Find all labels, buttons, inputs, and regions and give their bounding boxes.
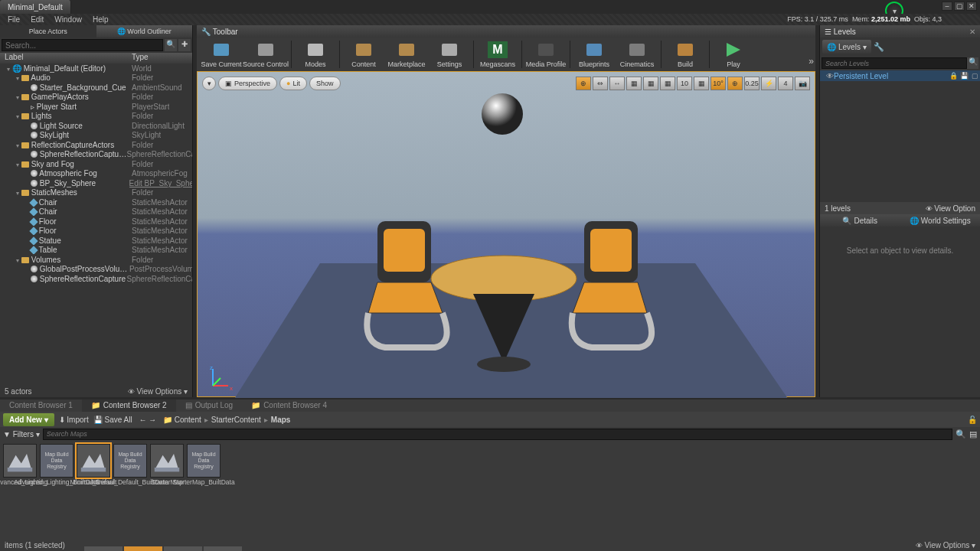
tree-row[interactable]: FloorStaticMeshActor: [0, 227, 192, 236]
breadcrumb[interactable]: 📁 Content▸StarterContent▸Maps: [163, 416, 290, 424]
asset-grid: Advanced_LightingMap Build Data Registry…: [0, 441, 980, 489]
tree-row[interactable]: SphereReflectionCaptureSphereReflectionC…: [0, 274, 192, 284]
tab-cb1[interactable]: Content Browser 1: [0, 399, 82, 412]
persistent-level-row[interactable]: 👁 Persistent Level 🔒 💾 ▢: [820, 70, 980, 81]
main-toolbar: 🔧 Toolbar Save CurrentSource ControlMode…: [197, 25, 815, 71]
asset-item[interactable]: Map Build Data RegistryAdvanced_Lighting…: [40, 444, 74, 486]
tree-row[interactable]: BP_Sky_SphereEdit BP_Sky_Sphe: [0, 178, 192, 188]
svg-rect-17: [384, 229, 425, 272]
svg-rect-9: [586, 44, 602, 56]
levels-dropdown[interactable]: 🌐Levels ▾: [822, 40, 871, 54]
tree-row[interactable]: ▾ GamePlayActorsFolder: [0, 93, 192, 103]
cb-search-input[interactable]: [43, 429, 952, 440]
modes-button[interactable]: Modes: [294, 37, 337, 71]
tab-place-actors[interactable]: Place Actors: [0, 25, 96, 37]
tree-row[interactable]: FloorStaticMeshActor: [0, 217, 192, 227]
tree-row[interactable]: ▾ ReflectionCaptureActorsFolder: [0, 140, 192, 150]
menu-help[interactable]: Help: [93, 15, 109, 24]
tree-row[interactable]: ▾ LightsFolder: [0, 112, 192, 122]
levels-count: 1 levels: [825, 204, 851, 213]
svg-rect-27: [8, 468, 32, 471]
svg-marker-26: [9, 454, 31, 468]
filters-button[interactable]: ▼ Filters ▾: [3, 430, 40, 439]
play-button[interactable]: Play: [712, 37, 755, 71]
mega-button[interactable]: MMegascans: [476, 37, 519, 71]
menu-edit[interactable]: Edit: [31, 15, 44, 24]
tree-row[interactable]: SphereReflectionCapture10SphereReflectio…: [0, 150, 192, 160]
outliner-view-options[interactable]: View Options ▾: [128, 387, 188, 396]
lock-icon[interactable]: 🔓: [968, 416, 977, 424]
tree-row[interactable]: ChairStaticMeshActor: [0, 207, 192, 217]
svg-marker-21: [573, 282, 647, 313]
outliner-tree[interactable]: ▾🌐 Minimal_Default (Editor)World▾ AudioF…: [0, 64, 192, 284]
svg-marker-28: [83, 454, 105, 468]
tab-output-log[interactable]: ▤ Output Log: [176, 399, 242, 412]
summon-icon[interactable]: 🔧: [874, 42, 884, 51]
svg-marker-30: [156, 454, 178, 468]
src-button[interactable]: Source Control: [243, 37, 289, 71]
layers-icon: ☰: [825, 28, 831, 36]
menu-window[interactable]: Window: [54, 15, 82, 24]
svg-rect-8: [538, 44, 554, 56]
tree-row[interactable]: ▾ StaticMeshesFolder: [0, 188, 192, 198]
close-button[interactable]: ✕: [966, 2, 977, 11]
viewport[interactable]: ▾ ▣Perspective ●Lit Show ⊕⇔↔▦▦▦10▦10°⊕0.…: [197, 71, 815, 397]
close-icon[interactable]: ✕: [969, 28, 975, 36]
tree-row[interactable]: Atmospheric FogAtmosphericFog: [0, 169, 192, 179]
tree-row[interactable]: ▾🌐 Minimal_Default (Editor)World: [0, 64, 192, 73]
globe-icon: 🌐: [910, 217, 919, 225]
bp-button[interactable]: Blueprints: [573, 37, 616, 71]
levels-view-options[interactable]: View Option: [926, 204, 975, 213]
media-button[interactable]: Media Profile: [524, 37, 567, 71]
search-icon[interactable]: 🔍: [967, 57, 978, 69]
market-button[interactable]: Marketplace: [385, 37, 428, 71]
add-actor-icon[interactable]: ✚: [178, 39, 191, 51]
import-button[interactable]: ⬇ Import: [59, 416, 89, 424]
wrench-icon: 🔧: [201, 28, 211, 36]
tree-row[interactable]: ▾ AudioFolder: [0, 73, 192, 83]
search-icon[interactable]: 🔍: [165, 39, 177, 51]
tree-row[interactable]: Starter_Background_CueAmbientSound: [0, 83, 192, 93]
add-new-button[interactable]: Add New ▾: [3, 413, 54, 426]
build-button[interactable]: Build: [664, 37, 707, 71]
maximize-button[interactable]: ▢: [954, 2, 965, 11]
title-tab[interactable]: Minimal_Default: [0, 0, 71, 14]
tab-world-outliner[interactable]: 🌐 World Outliner: [96, 25, 193, 37]
tree-row[interactable]: StatueStaticMeshActor: [0, 236, 192, 246]
svg-rect-5: [442, 44, 457, 56]
save-all-button[interactable]: 💾 Save All: [93, 416, 132, 424]
cine-button[interactable]: Cinematics: [616, 37, 658, 71]
tree-row[interactable]: ChairStaticMeshActor: [0, 197, 192, 207]
svg-rect-20: [590, 229, 632, 272]
svg-point-22: [482, 93, 523, 135]
settings-button[interactable]: Settings: [428, 37, 471, 71]
tree-row[interactable]: GlobalPostProcessVolumePostProcessVolum: [0, 265, 192, 275]
svg-rect-11: [678, 44, 693, 56]
tab-cb2[interactable]: 📁 Content Browser 2: [82, 399, 176, 412]
menu-file[interactable]: File: [8, 15, 20, 24]
tab-cb4[interactable]: 📁 Content Browser 4: [242, 399, 336, 412]
tab-details[interactable]: 🔍Details: [820, 214, 900, 227]
window-controls: – ▢ ✕: [942, 2, 977, 11]
tree-row[interactable]: ▾ Sky and FogFolder: [0, 159, 192, 169]
tree-row[interactable]: TableStaticMeshActor: [0, 246, 192, 256]
svg-marker-18: [368, 282, 443, 313]
tree-row[interactable]: ▹ Player StartPlayerStart: [0, 102, 192, 112]
outliner-search-input[interactable]: [2, 39, 163, 51]
collapse-icon[interactable]: ▤: [969, 429, 977, 439]
toolbar-overflow-icon[interactable]: »: [808, 56, 814, 67]
tab-world-settings[interactable]: 🌐World Settings: [900, 214, 981, 227]
content-button[interactable]: Content: [342, 37, 385, 71]
save-button[interactable]: Save Current: [200, 37, 243, 71]
tree-row[interactable]: ▾ VolumesFolder: [0, 255, 192, 265]
cb-view-options[interactable]: View Options ▾: [916, 541, 975, 549]
minimize-button[interactable]: –: [942, 2, 952, 11]
tree-row[interactable]: SkyLightSkyLight: [0, 131, 192, 141]
globe-icon: 🌐: [117, 28, 128, 35]
search-icon[interactable]: 🔍: [956, 429, 966, 439]
svg-rect-0: [214, 44, 229, 56]
tree-row[interactable]: Light SourceDirectionalLight: [0, 121, 192, 131]
levels-search-input[interactable]: [822, 57, 967, 69]
asset-item[interactable]: Map Build Data RegistryStarterMap_BuiltD…: [187, 444, 220, 486]
asset-item[interactable]: Map Build Data RegistryMinimal_Default_B…: [113, 444, 147, 486]
